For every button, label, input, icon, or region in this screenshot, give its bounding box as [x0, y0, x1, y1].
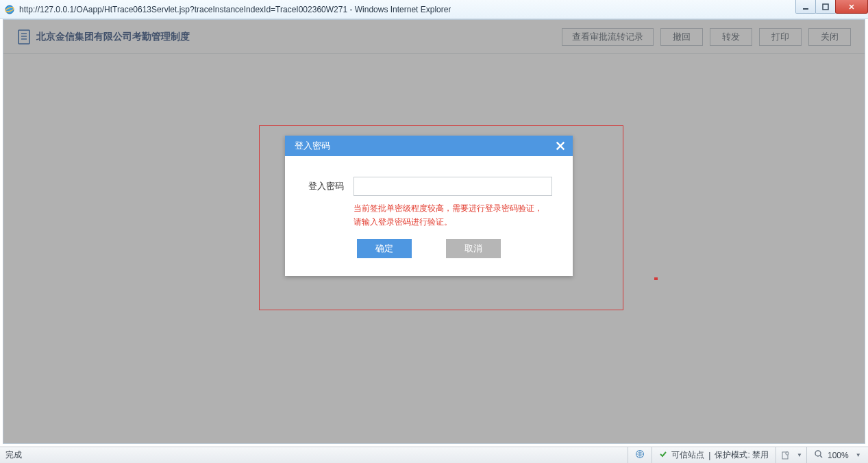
chevron-down-icon: ▼: [797, 452, 802, 458]
password-input[interactable]: [354, 177, 552, 196]
chevron-down-icon: ▼: [856, 452, 861, 458]
check-icon: [659, 450, 667, 460]
status-done: 完成: [0, 449, 22, 461]
statusbar: 完成 可信站点 | 保护模式: 禁用 ▼ 100% ▼: [0, 447, 868, 463]
zoom-value: 100%: [828, 451, 849, 460]
status-tool1[interactable]: ▼: [776, 447, 806, 463]
dialog-hint: 当前签批单密级程度较高，需要进行登录密码验证， 请输入登录密码进行验证。: [354, 201, 552, 229]
dialog-titlebar: 登入密码: [285, 136, 573, 156]
svg-line-12: [820, 455, 822, 458]
svg-rect-2: [803, 8, 808, 10]
dialog-ok-button[interactable]: 确定: [357, 239, 412, 258]
ie-logo-icon: [4, 4, 15, 15]
password-label: 登入密码: [306, 180, 344, 192]
window-titlebar: http://127.0.0.1/OAapp/HtTrace0613Servle…: [0, 0, 868, 19]
window-maximize-button[interactable]: [815, 0, 836, 14]
window-close-button[interactable]: [835, 0, 868, 14]
svg-point-10: [786, 451, 789, 454]
status-protected-text: 保护模式: 禁用: [715, 449, 769, 461]
page-icon: [780, 451, 790, 460]
status-trusted-cell[interactable]: 可信站点 | 保护模式: 禁用: [652, 447, 776, 463]
window-minimize-button[interactable]: [795, 0, 816, 14]
annotation-dot: [654, 277, 658, 280]
status-trusted-text: 可信站点: [671, 449, 704, 461]
dialog-cancel-button[interactable]: 取消: [446, 239, 501, 258]
svg-rect-3: [823, 4, 828, 10]
status-zoom-cell[interactable]: 100% ▼: [806, 447, 868, 463]
dialog-hint-line1: 当前签批单密级程度较高，需要进行登录密码验证，: [354, 201, 552, 215]
status-internet-cell[interactable]: [628, 447, 652, 463]
status-separator: |: [708, 451, 710, 460]
globe-icon: [635, 449, 645, 461]
dialog-title: 登入密码: [295, 140, 330, 152]
dialog-close-button[interactable]: [555, 140, 566, 151]
window-title: http://127.0.0.1/OAapp/HtTrace0613Servle…: [19, 5, 451, 14]
zoom-icon: [814, 449, 823, 461]
login-password-dialog: 登入密码 登入密码 当前签批单密级程度较高，需要进行登录密码验证， 请输入登录密…: [285, 136, 573, 276]
close-icon: [555, 140, 566, 151]
svg-point-11: [815, 451, 821, 456]
dialog-hint-line2: 请输入登录密码进行验证。: [354, 215, 552, 229]
